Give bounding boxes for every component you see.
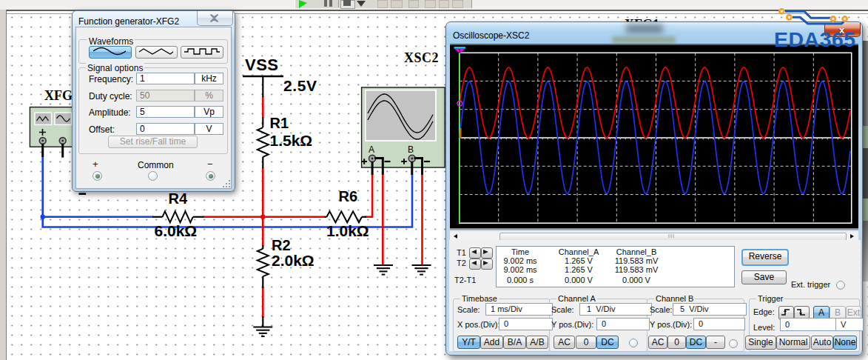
svg-text:6.0kΩ: 6.0kΩ bbox=[155, 222, 198, 239]
svg-text:1: 1 bbox=[458, 48, 461, 53]
svg-text:2.5V: 2.5V bbox=[283, 77, 317, 94]
svg-text:R4: R4 bbox=[169, 190, 188, 207]
svg-text:1.5kΩ: 1.5kΩ bbox=[270, 132, 313, 149]
svg-text:2.0kΩ: 2.0kΩ bbox=[272, 252, 314, 269]
svg-text:VSS: VSS bbox=[245, 56, 279, 74]
svg-text:XSC2: XSC2 bbox=[404, 50, 439, 65]
svg-text:1.0kΩ: 1.0kΩ bbox=[326, 222, 369, 239]
svg-text:A: A bbox=[369, 144, 374, 155]
svg-text:R1: R1 bbox=[270, 115, 289, 131]
svg-text:EDA365: EDA365 bbox=[774, 27, 856, 51]
svg-text:B: B bbox=[408, 144, 414, 155]
svg-text:R2: R2 bbox=[272, 237, 291, 253]
svg-text:R6: R6 bbox=[339, 188, 358, 204]
